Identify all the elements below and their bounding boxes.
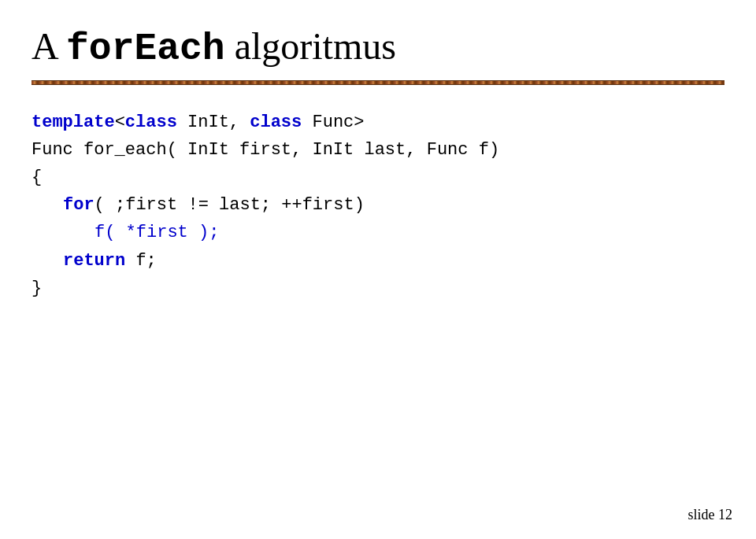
title-prefix: A	[32, 25, 66, 67]
code-line-7: }	[32, 275, 724, 302]
slide-title: A forEach algoritmus	[32, 24, 724, 72]
title-suffix: algoritmus	[225, 25, 396, 67]
func-call: f( *first );	[94, 223, 219, 242]
title-keyword: forEach	[66, 28, 225, 70]
keyword-template: template	[32, 113, 115, 132]
slide-container: A forEach algoritmus template<class InIt…	[0, 0, 756, 539]
title-area: A forEach algoritmus	[32, 24, 724, 72]
keyword-for: for	[63, 195, 94, 215]
keyword-return: return	[63, 251, 125, 271]
keyword-class-2: class	[250, 113, 302, 132]
code-line-5: f( *first );	[32, 219, 724, 246]
keyword-class-1: class	[125, 113, 177, 132]
code-block: template<class InIt, class Func> Func fo…	[32, 109, 724, 302]
code-line-4: for( ;first != last; ++first)	[32, 191, 724, 219]
code-line-6: return f;	[32, 247, 724, 275]
section-divider	[32, 80, 724, 85]
code-line-3: {	[32, 164, 724, 191]
code-line-1: template<class InIt, class Func>	[32, 109, 724, 136]
code-line-2: Func for_each( InIt first, InIt last, Fu…	[32, 136, 724, 164]
slide-number: slide 12	[688, 507, 733, 523]
